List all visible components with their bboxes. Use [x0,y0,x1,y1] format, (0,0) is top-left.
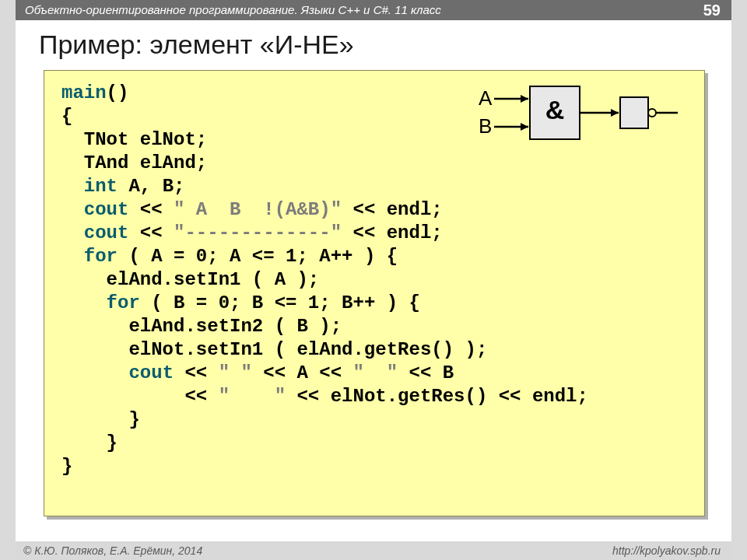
footer-url: http://kpolyakov.spb.ru [612,541,721,560]
input-b-label: B [479,114,492,138]
string-literal: " A B !(A&B)" [174,199,342,220]
kw-for: for [84,246,117,267]
slide: Объектно-ориентированное программировани… [16,0,731,560]
svg-rect-7 [620,97,648,128]
svg-point-8 [648,109,656,117]
header-bar: Объектно-ориентированное программировани… [16,0,731,20]
code-box: main() { TNot elNot; TAnd elAnd; int A, … [44,70,705,516]
slide-title: Пример: элемент «И-НЕ» [39,30,354,60]
kw-main: main [61,82,107,103]
and-gate-symbol: & [545,95,565,124]
input-a-label: A [479,86,493,110]
kw-cout: cout [84,199,129,220]
header-title: Объектно-ориентированное программировани… [25,0,441,20]
logic-diagram: A B & [466,82,684,152]
page-number: 59 [703,0,721,20]
kw-int: int [84,176,117,197]
svg-marker-6 [611,109,619,117]
svg-marker-1 [521,95,528,103]
svg-marker-3 [521,123,528,131]
footer: © К.Ю. Поляков, Е.А. Ерёмин, 2014 http:/… [16,541,731,560]
footer-copyright: © К.Ю. Поляков, Е.А. Ерёмин, 2014 [23,541,202,560]
